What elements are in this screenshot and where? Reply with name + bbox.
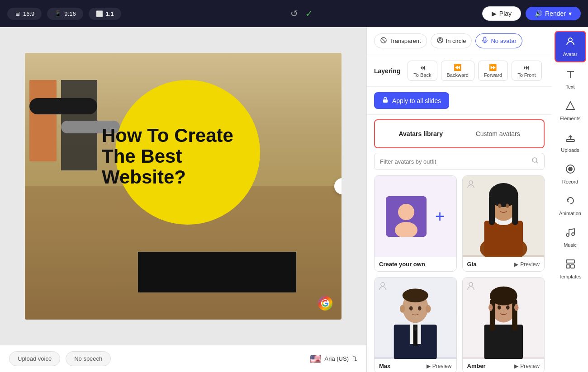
tab-library-label: Avatars library xyxy=(398,130,443,137)
render-dropdown-arrow: ▾ xyxy=(569,10,572,17)
sidebar-item-avatar[interactable]: Avatar xyxy=(555,31,586,62)
amber-card[interactable]: Amber ▶ Preview xyxy=(462,277,545,372)
ratio-1-1-button[interactable]: ⬜ 1:1 xyxy=(89,8,121,20)
svg-point-34 xyxy=(409,306,413,311)
sidebar-item-text[interactable]: Text xyxy=(555,64,586,94)
voice-selector[interactable]: 🇺🇸 Aria (US) ⇅ xyxy=(310,353,357,364)
svg-point-13 xyxy=(469,181,473,184)
svg-point-53 xyxy=(569,167,572,171)
black-pill-1 xyxy=(29,98,97,114)
google-icon xyxy=(318,296,332,311)
svg-point-31 xyxy=(403,288,428,302)
ratio-9-16-button[interactable]: 📱 9:16 xyxy=(47,8,83,20)
gia-name: Gia xyxy=(467,261,477,268)
create-own-label-row: Create your own xyxy=(375,257,456,271)
slide-title-line3: Website? xyxy=(102,166,186,188)
svg-point-32 xyxy=(400,305,405,313)
max-card[interactable]: Max ▶ Preview xyxy=(374,277,457,372)
svg-point-4 xyxy=(439,38,441,40)
slide-container: How To Create The Best Website? xyxy=(0,27,366,345)
elements-icon xyxy=(565,100,576,114)
no-avatar-button[interactable]: No avatar xyxy=(475,33,522,48)
filter-input-wrap xyxy=(374,153,545,170)
record-sidebar-label: Record xyxy=(562,179,578,184)
amber-preview-button[interactable]: ▶ Preview xyxy=(514,363,540,369)
play-icon-2: ▶ xyxy=(427,363,431,369)
options-row: Transparent In circle xyxy=(367,27,552,55)
avatar-icon xyxy=(565,36,576,50)
avatar-grid: + Create your own xyxy=(367,175,552,372)
plus-button[interactable]: + xyxy=(435,207,445,226)
upload-voice-button[interactable]: Upload voice xyxy=(9,351,60,366)
mic-icon xyxy=(481,37,488,45)
apply-to-all-button[interactable]: Apply to all slides xyxy=(374,92,449,109)
svg-rect-56 xyxy=(566,260,574,263)
backward-button[interactable]: ⏪ Backward xyxy=(441,61,474,81)
tab-custom-avatars[interactable]: Custom avatars xyxy=(460,126,537,142)
no-speech-button[interactable]: No speech xyxy=(66,351,111,366)
gia-card[interactable]: Gia ▶ Preview xyxy=(462,175,545,272)
sidebar-item-music[interactable]: Music xyxy=(555,222,586,252)
ratio-16-9-label: 16:9 xyxy=(23,10,34,17)
play-icon-3: ▶ xyxy=(514,363,518,369)
layering-row: Layering ⏮ To Back ⏪ Backward ⏩ Forward … xyxy=(367,55,552,87)
svg-point-45 xyxy=(497,306,501,310)
ratio-1-1-label: 1:1 xyxy=(106,10,114,17)
svg-line-9 xyxy=(536,162,538,163)
record-icon xyxy=(565,164,576,177)
lock-icon xyxy=(382,97,389,104)
svg-point-46 xyxy=(506,306,509,310)
svg-rect-21 xyxy=(512,195,518,226)
svg-point-35 xyxy=(418,306,422,311)
templates-sidebar-label: Templates xyxy=(559,274,581,279)
sidebar-item-templates[interactable]: Templates xyxy=(555,254,586,284)
black-rectangle xyxy=(138,252,296,292)
circle-person-icon xyxy=(436,37,444,45)
create-own-card[interactable]: + Create your own xyxy=(374,175,457,272)
search-icon xyxy=(531,157,539,166)
play-button[interactable]: ▶ Play xyxy=(482,6,521,21)
slide[interactable]: How To Create The Best Website? xyxy=(25,53,341,320)
filter-input[interactable] xyxy=(380,158,528,165)
svg-marker-50 xyxy=(566,102,574,109)
ratio-9-16-label: 9:16 xyxy=(64,10,76,17)
forward-button[interactable]: ⏩ Forward xyxy=(478,61,508,81)
preview-label: Preview xyxy=(520,261,540,268)
slide-title-line1: How To Create xyxy=(102,125,233,146)
svg-point-43 xyxy=(488,304,493,311)
to-back-button[interactable]: ⏮ To Back xyxy=(408,61,437,81)
to-front-label: To Front xyxy=(517,72,536,78)
max-name: Max xyxy=(379,363,390,369)
svg-rect-7 xyxy=(383,99,388,103)
svg-point-11 xyxy=(398,204,414,220)
gia-preview-button[interactable]: ▶ Preview xyxy=(514,261,540,268)
phone-icon: 📱 xyxy=(54,10,62,17)
in-circle-button[interactable]: In circle xyxy=(431,33,472,48)
sidebar-item-uploads[interactable]: Uploads xyxy=(555,127,586,157)
max-preview-button[interactable]: ▶ Preview xyxy=(427,363,452,369)
sidebar-item-record[interactable]: Record xyxy=(555,159,586,189)
slide-title-line2: The Best xyxy=(102,146,182,167)
amber-name: Amber xyxy=(467,363,486,369)
avatar-person-icon xyxy=(466,179,475,191)
sidebar-item-animation[interactable]: Animation xyxy=(555,191,586,221)
animation-sidebar-label: Animation xyxy=(559,211,581,216)
tab-avatars-library[interactable]: Avatars library xyxy=(382,126,460,142)
undo-button[interactable]: ↺ xyxy=(290,8,298,19)
preview-label-2: Preview xyxy=(432,363,452,369)
transparent-button[interactable]: Transparent xyxy=(374,33,427,48)
to-back-icon: ⏮ xyxy=(419,64,426,71)
render-button[interactable]: 🔊 Render ▾ xyxy=(526,7,581,20)
topbar-left: 🖥 16:9 📱 9:16 ⬜ 1:1 xyxy=(7,8,121,20)
svg-point-22 xyxy=(498,204,501,208)
svg-point-23 xyxy=(506,204,509,208)
to-front-button[interactable]: ⏭ To Front xyxy=(512,61,541,81)
sidebar-item-elements[interactable]: Elements xyxy=(555,96,586,126)
chevron-up-down-icon: ⇅ xyxy=(352,355,357,362)
svg-rect-38 xyxy=(484,325,523,359)
check-button[interactable]: ✓ xyxy=(305,8,313,19)
play-icon: ▶ xyxy=(492,10,497,17)
ratio-16-9-button[interactable]: 🖥 16:9 xyxy=(7,8,42,20)
backward-label: Backward xyxy=(447,72,469,78)
plus-icon: + xyxy=(435,207,445,226)
